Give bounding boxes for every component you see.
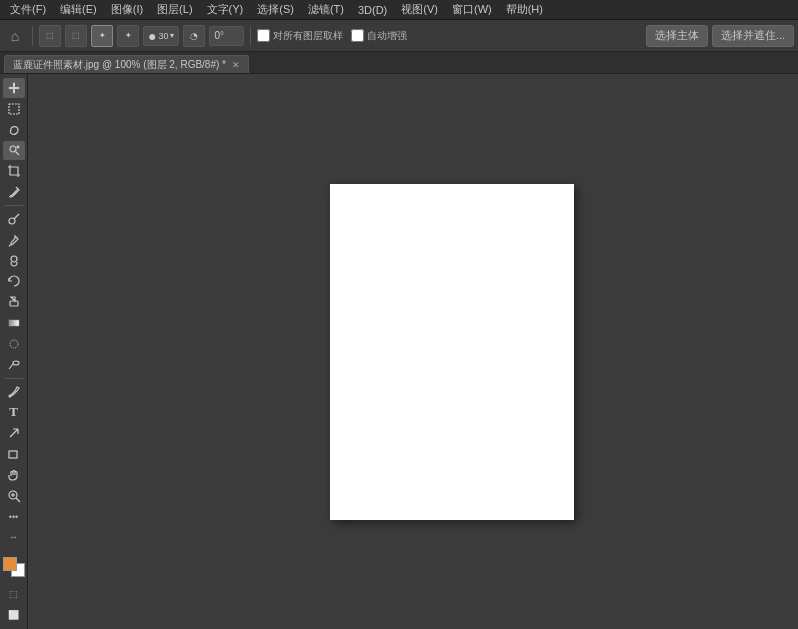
angle-input[interactable]: 0°: [209, 26, 244, 46]
tool-lasso[interactable]: [3, 120, 25, 140]
canvas-area: [28, 74, 798, 629]
tool-eyedropper[interactable]: [3, 182, 25, 202]
tool-heal[interactable]: [3, 209, 25, 229]
menu-edit[interactable]: 编辑(E): [54, 0, 103, 19]
tab-title: 蓝鹿证件照素材.jpg @ 100% (图层 2, RGB/8#) *: [13, 58, 226, 72]
svg-point-1: [10, 146, 16, 152]
svg-rect-6: [10, 301, 18, 306]
svg-point-5: [11, 256, 17, 262]
svg-point-8: [10, 340, 18, 348]
tool-crop[interactable]: [3, 161, 25, 181]
svg-point-9: [13, 361, 19, 365]
sample-all-layers-checkbox[interactable]: 对所有图层取样: [257, 29, 343, 43]
select-and-mask-button[interactable]: 选择并遮住...: [712, 25, 794, 47]
tool-dodge[interactable]: [3, 355, 25, 375]
left-toolbar: T ••• ↔ ⬚ ⬜: [0, 74, 28, 629]
svg-line-2: [15, 152, 19, 156]
document-tab[interactable]: 蓝鹿证件照素材.jpg @ 100% (图层 2, RGB/8#) * ✕: [4, 55, 249, 73]
tool-option-1[interactable]: ⬚: [39, 25, 61, 47]
tool-clone[interactable]: [3, 251, 25, 271]
tool-separator-2: [5, 378, 23, 379]
auto-enhance-checkbox[interactable]: 自动增强: [351, 29, 407, 43]
tool-quick-selection[interactable]: [3, 141, 25, 161]
svg-line-14: [16, 498, 20, 502]
menu-file[interactable]: 文件(F): [4, 0, 52, 19]
brush-size-dropdown[interactable]: ● 30 ▾: [143, 26, 179, 46]
sample-all-layers-input[interactable]: [257, 29, 270, 42]
tool-extra[interactable]: •••: [3, 507, 25, 527]
svg-point-11: [9, 395, 11, 397]
toolbar-sep-2: [250, 26, 251, 46]
options-toolbar: ⌂ ⬚ ⬚ ✦ ✦ ● 30 ▾ ◔ 0° 对所有图层取样 自动增强 选择主体 …: [0, 20, 798, 52]
main-area: T ••• ↔ ⬚ ⬜: [0, 74, 798, 629]
tool-shape[interactable]: [3, 444, 25, 464]
home-button[interactable]: ⌂: [4, 25, 26, 47]
menu-view[interactable]: 视图(V): [395, 0, 444, 19]
menu-layer[interactable]: 图层(L): [151, 0, 198, 19]
menu-type[interactable]: 文字(Y): [201, 0, 250, 19]
tab-close-button[interactable]: ✕: [232, 60, 240, 70]
tool-brush[interactable]: [3, 230, 25, 250]
canvas-document: [330, 184, 574, 520]
tool-hand[interactable]: [3, 465, 25, 485]
tool-gradient[interactable]: [3, 313, 25, 333]
menu-filter[interactable]: 滤镜(T): [302, 0, 350, 19]
svg-rect-0: [9, 104, 19, 114]
tool-blur[interactable]: [3, 334, 25, 354]
tool-move[interactable]: [3, 78, 25, 98]
menu-bar: 文件(F) 编辑(E) 图像(I) 图层(L) 文字(Y) 选择(S) 滤镜(T…: [0, 0, 798, 20]
tool-extra2[interactable]: ↔: [3, 528, 25, 548]
tool-bottom-2[interactable]: ⬜: [3, 605, 25, 625]
auto-enhance-input[interactable]: [351, 29, 364, 42]
tool-zoom[interactable]: [3, 486, 25, 506]
tool-bottom-1[interactable]: ⬚: [3, 584, 25, 604]
menu-image[interactable]: 图像(I): [105, 0, 149, 19]
tool-option-4[interactable]: ✦: [117, 25, 139, 47]
tool-path-select[interactable]: [3, 423, 25, 443]
menu-3d[interactable]: 3D(D): [352, 2, 393, 18]
svg-rect-12: [9, 451, 17, 458]
tool-selection[interactable]: [3, 99, 25, 119]
color-swatches[interactable]: [3, 557, 25, 577]
angle-icon: ◔: [183, 25, 205, 47]
tool-separator-1: [5, 205, 23, 206]
tool-option-3[interactable]: ✦: [91, 25, 113, 47]
select-subject-button[interactable]: 选择主体: [646, 25, 708, 47]
tool-pen[interactable]: [3, 382, 25, 402]
menu-window[interactable]: 窗口(W): [446, 0, 498, 19]
svg-line-10: [9, 364, 13, 369]
svg-rect-7: [9, 320, 19, 326]
toolbar-sep-1: [32, 26, 33, 46]
tool-eraser[interactable]: [3, 292, 25, 312]
tool-text[interactable]: T: [3, 402, 25, 422]
menu-select[interactable]: 选择(S): [251, 0, 300, 19]
menu-help[interactable]: 帮助(H): [500, 0, 549, 19]
tool-history-brush[interactable]: [3, 272, 25, 292]
foreground-color[interactable]: [3, 557, 17, 571]
tool-option-2[interactable]: ⬚: [65, 25, 87, 47]
tab-bar: 蓝鹿证件照素材.jpg @ 100% (图层 2, RGB/8#) * ✕: [0, 52, 798, 74]
